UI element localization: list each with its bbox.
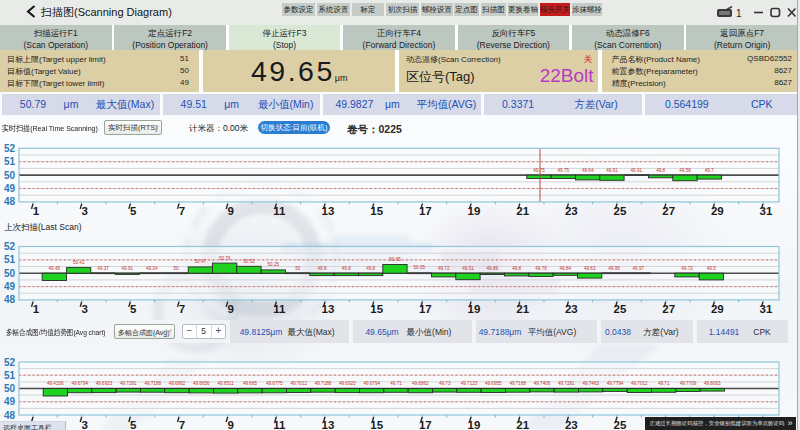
svg-text:19: 19 (468, 419, 481, 430)
svg-text:49.4336: 49.4336 (47, 381, 64, 386)
svg-text:49.6923: 49.6923 (339, 381, 356, 386)
svg-text:49.71: 49.71 (658, 381, 670, 386)
svg-text:49.7123: 49.7123 (461, 381, 478, 386)
svg-text:7: 7 (179, 419, 185, 430)
svg-text:49.7463: 49.7463 (582, 381, 599, 386)
svg-text:49.6955: 49.6955 (485, 381, 502, 386)
svg-text:49.71: 49.71 (390, 381, 402, 386)
svg-text:49.7012: 49.7012 (290, 381, 307, 386)
svg-text:49.665: 49.665 (243, 381, 257, 386)
svg-text:48: 48 (4, 410, 16, 421)
svg-text:49.7281: 49.7281 (558, 381, 575, 386)
svg-text:5: 5 (130, 419, 137, 430)
svg-text:49.7188: 49.7188 (315, 381, 332, 386)
svg-text:49.6794: 49.6794 (363, 381, 380, 386)
svg-text:49.6511: 49.6511 (218, 381, 235, 386)
svg-text:17: 17 (419, 419, 432, 430)
svg-text:52: 52 (4, 357, 16, 368)
svg-text:49.7794: 49.7794 (607, 381, 624, 386)
svg-text:50: 50 (4, 383, 16, 394)
svg-text:49.6862: 49.6862 (169, 381, 186, 386)
svg-text:49.6775: 49.6775 (266, 381, 283, 386)
svg-text:49.6794: 49.6794 (71, 381, 88, 386)
svg-text:49.6862: 49.6862 (412, 381, 429, 386)
svg-text:49.7188: 49.7188 (144, 381, 161, 386)
svg-text:49.7709: 49.7709 (680, 381, 697, 386)
svg-text:13: 13 (322, 419, 335, 430)
svg-text:49.7406: 49.7406 (534, 381, 551, 386)
svg-text:3: 3 (81, 419, 87, 430)
svg-text:49.7012: 49.7012 (631, 381, 648, 386)
svg-text:49.73: 49.73 (439, 381, 451, 386)
svg-text:49.7188: 49.7188 (509, 381, 526, 386)
svg-text:49.6923: 49.6923 (96, 381, 113, 386)
svg-text:49: 49 (4, 396, 16, 407)
svg-text:49.6656: 49.6656 (193, 381, 210, 386)
svg-text:25: 25 (614, 419, 627, 430)
svg-text:49.7281: 49.7281 (120, 381, 137, 386)
svg-text:49.8063: 49.8063 (704, 381, 721, 386)
svg-text:15: 15 (370, 419, 383, 430)
svg-text:21: 21 (516, 419, 529, 430)
svg-text:11: 11 (273, 419, 286, 430)
svg-text:9: 9 (227, 419, 233, 430)
svg-text:51: 51 (4, 370, 16, 381)
svg-text:23: 23 (565, 419, 578, 430)
